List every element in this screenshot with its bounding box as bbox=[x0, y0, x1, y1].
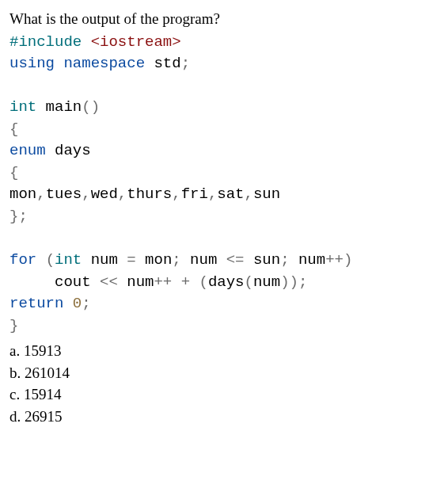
tok-semi: ; bbox=[172, 251, 180, 269]
code-line-9: }; bbox=[9, 208, 28, 225]
tok-enum: enum bbox=[9, 142, 46, 159]
page: What is the output of the program? #incl… bbox=[0, 0, 448, 427]
code-line-4: int main() bbox=[9, 98, 100, 116]
code-line-2: using namespace std; bbox=[9, 55, 190, 72]
tok-zero: 0 bbox=[73, 295, 82, 312]
tok-for: for bbox=[9, 251, 36, 269]
code-line-1: #include <iostream> bbox=[9, 33, 181, 51]
code-line-5: { bbox=[9, 120, 18, 138]
tok-sun: sun bbox=[245, 251, 281, 269]
tok-space bbox=[63, 295, 72, 312]
tok-semi: ; bbox=[82, 295, 90, 312]
code-block: #include <iostream> using namespace std;… bbox=[9, 32, 439, 338]
answer-options: a. 15913 b. 261014 c. 15914 d. 26915 bbox=[9, 340, 439, 427]
tok-le: <= bbox=[226, 251, 245, 269]
tok-parens: () bbox=[82, 98, 100, 116]
tok-comma: , bbox=[82, 185, 90, 203]
tok-eq: = bbox=[127, 251, 135, 269]
tok-days: days bbox=[46, 142, 91, 159]
tok-space bbox=[172, 273, 180, 291]
tok-mon: mon bbox=[9, 185, 36, 203]
tok-semi: ; bbox=[181, 55, 190, 72]
tok-paren: ( bbox=[46, 251, 55, 269]
tok-wed: wed bbox=[91, 185, 118, 203]
tok-ltlt: << bbox=[100, 273, 118, 291]
tok-num2: num bbox=[253, 273, 280, 291]
tok-sun: sun bbox=[253, 185, 280, 203]
tok-thurs: thurs bbox=[127, 185, 172, 203]
tok-num3: num bbox=[290, 251, 326, 269]
tok-tues: tues bbox=[46, 185, 82, 203]
code-line-8: mon,tues,wed,thurs,fri,sat,sun bbox=[9, 185, 280, 203]
tok-parens-semi: )); bbox=[280, 273, 307, 291]
tok-plus: + bbox=[181, 273, 190, 291]
answer-option-c: c. 15914 bbox=[9, 383, 439, 406]
tok-paren: ( bbox=[199, 273, 207, 291]
answer-option-a: a. 15913 bbox=[9, 340, 439, 362]
tok-num2: num bbox=[181, 251, 226, 269]
tok-space bbox=[190, 273, 199, 291]
tok-comma: , bbox=[245, 185, 253, 203]
code-line-6: enum days bbox=[9, 142, 91, 159]
tok-brace-semi: }; bbox=[9, 208, 28, 225]
tok-comma: , bbox=[118, 185, 127, 203]
answer-option-b: b. 261014 bbox=[9, 362, 439, 384]
code-line-13: return 0; bbox=[9, 295, 91, 312]
tok-return: return bbox=[9, 295, 63, 312]
answer-option-d: d. 26915 bbox=[9, 406, 439, 428]
tok-inc-paren: ++) bbox=[325, 251, 352, 269]
tok-space bbox=[55, 55, 63, 72]
tok-include: #include bbox=[9, 33, 82, 51]
tok-num: num bbox=[82, 251, 127, 269]
tok-namespace: namespace bbox=[63, 55, 145, 72]
tok-mon: mon bbox=[136, 251, 173, 269]
tok-fri: fri bbox=[181, 185, 208, 203]
code-line-12: cout << num++ + (days(num)); bbox=[9, 273, 307, 291]
tok-brace: { bbox=[9, 120, 18, 138]
tok-cout: cout bbox=[9, 273, 100, 291]
tok-int: int bbox=[55, 251, 82, 269]
tok-main: main bbox=[36, 98, 82, 116]
tok-comma: , bbox=[36, 185, 45, 203]
tok-inc: ++ bbox=[154, 273, 172, 291]
question-text: What is the output of the program? bbox=[9, 8, 439, 30]
tok-sat: sat bbox=[217, 185, 244, 203]
tok-semi: ; bbox=[280, 251, 289, 269]
tok-std: std bbox=[145, 55, 181, 72]
code-line-7: { bbox=[9, 164, 18, 181]
tok-comma: , bbox=[172, 185, 180, 203]
code-line-14: } bbox=[9, 317, 18, 334]
tok-space bbox=[36, 251, 45, 269]
tok-paren: ( bbox=[245, 273, 253, 291]
tok-comma: , bbox=[208, 185, 217, 203]
tok-space bbox=[82, 33, 90, 51]
tok-days: days bbox=[208, 273, 245, 291]
code-line-11: for (int num = mon; num <= sun; num++) bbox=[9, 251, 352, 269]
tok-num: num bbox=[118, 273, 154, 291]
tok-int: int bbox=[9, 98, 36, 116]
tok-brace: { bbox=[9, 164, 18, 181]
tok-brace: } bbox=[9, 317, 18, 334]
tok-header: <iostream> bbox=[91, 33, 181, 51]
tok-using: using bbox=[9, 55, 55, 72]
